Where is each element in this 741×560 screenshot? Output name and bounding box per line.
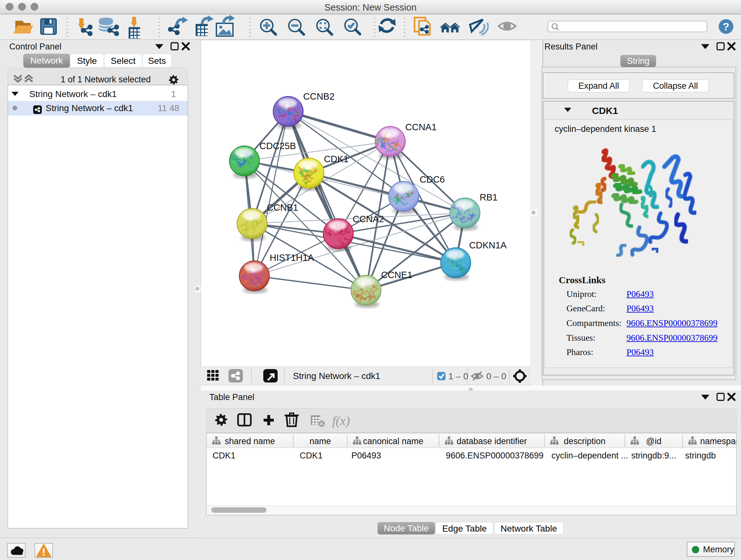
svg-text:description: description	[564, 436, 606, 446]
svg-text:f(x): f(x)	[332, 414, 350, 428]
svg-text:CDC25B: CDC25B	[259, 141, 296, 151]
svg-text:HIST1H1A: HIST1H1A	[270, 253, 314, 263]
svg-text:CDK1: CDK1	[324, 154, 348, 164]
svg-text:@id: @id	[646, 436, 661, 446]
svg-text:canonical name: canonical name	[363, 436, 423, 446]
svg-text:CCNA1: CCNA1	[405, 122, 436, 132]
svg-text:CDC6: CDC6	[420, 174, 445, 185]
svg-text:CDKN1A: CDKN1A	[469, 240, 507, 250]
svg-text:CCNA2: CCNA2	[353, 214, 384, 224]
svg-text:1 – 0: 1 – 0	[448, 371, 468, 381]
svg-text:String Network – cdk1: String Network – cdk1	[293, 371, 381, 381]
svg-text:shared name: shared name	[225, 436, 275, 446]
svg-text:CCNB1: CCNB1	[267, 202, 298, 212]
svg-text:database identifier: database identifier	[457, 436, 527, 446]
svg-text:RB1: RB1	[480, 192, 497, 202]
svg-text:name: name	[310, 436, 331, 446]
svg-text:CCNB2: CCNB2	[303, 91, 334, 102]
svg-text:namespac: namespac	[700, 436, 736, 446]
svg-text:0 – 0: 0 – 0	[486, 371, 506, 381]
svg-text:CCNE1: CCNE1	[381, 270, 412, 280]
